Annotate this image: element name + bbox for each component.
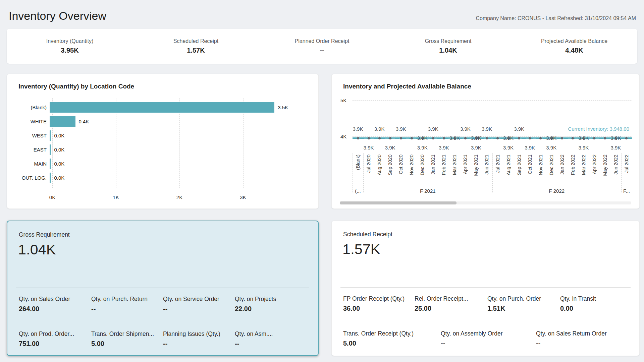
kpi-label: Projected Available Balance	[511, 38, 637, 44]
x-tick: 0K	[49, 194, 55, 200]
axis-group-label: (...	[355, 188, 361, 194]
bar-value-label: 3.5K	[278, 102, 288, 113]
gross-requirement-card[interactable]: Gross Requirement 1.04K Qty. on Sales Or…	[7, 221, 319, 356]
field-rel-order-receipt: Rel. Order Receipt... 25.00	[415, 295, 487, 312]
kpi-label: Scheduled Receipt	[133, 38, 259, 44]
data-point-label: 3.9K	[385, 145, 395, 150]
data-point[interactable]	[496, 137, 499, 139]
x-axis-month-text: Jan 2022	[559, 155, 565, 175]
data-point[interactable]	[572, 137, 574, 139]
axis-group-label: F 2022	[549, 188, 565, 194]
data-point[interactable]	[561, 137, 563, 139]
kpi-strip: Inventory (Quantity) 3.95K Scheduled Rec…	[7, 29, 637, 64]
x-axis-month-text: Aug 2021	[506, 155, 511, 175]
field-qty-purch-return: Qty. on Purch. Return --	[91, 296, 163, 313]
kpi-projected-available-balance[interactable]: Projected Available Balance 4.48K	[511, 38, 637, 54]
data-point[interactable]	[593, 137, 595, 139]
data-point[interactable]	[464, 137, 467, 139]
bar-fill	[50, 144, 51, 155]
field-value: --	[163, 340, 235, 348]
data-point-label: 3.9K	[374, 126, 385, 132]
field-label: Qty. on Purch. Order	[487, 295, 560, 302]
x-axis-month-text: Feb 2022	[570, 155, 576, 175]
x-axis-month-label: (Blank)	[355, 155, 361, 170]
data-point-label: 3.9K	[482, 126, 492, 132]
card-title: Scheduled Receipt	[343, 231, 392, 238]
field-value: 264.00	[19, 305, 91, 313]
bar-row: WHITE 0.4K	[18, 116, 307, 127]
x-axis-month-label: Oct 2021	[527, 155, 533, 174]
data-point[interactable]	[357, 137, 359, 139]
bar-blank[interactable]: 3.5K	[50, 102, 307, 113]
scheduled-receipt-card[interactable]: Scheduled Receipt 1.57K FP Order Receipt…	[331, 221, 640, 356]
data-point[interactable]	[539, 137, 542, 139]
dashboard-page: Inventory Overview Company Name: CRONUS …	[0, 0, 644, 362]
axis-group-separator	[621, 153, 622, 193]
x-axis-month-label: Jul 2020	[366, 155, 372, 173]
field-qty-prod-order: Qty. on Prod. Order... 751.00	[19, 330, 91, 348]
data-point[interactable]	[529, 137, 531, 139]
data-point[interactable]	[486, 137, 488, 139]
x-axis-month-label: May 2022	[602, 155, 608, 176]
kpi-planned-order-receipt[interactable]: Planned Order Receipt --	[259, 38, 385, 54]
header: Inventory Overview Company Name: CRONUS …	[7, 7, 637, 27]
data-point[interactable]	[389, 137, 391, 139]
bar-chart-card: Inventory (Quantity) by Location Code (B…	[7, 74, 319, 209]
field-label: Qty. on Assembly Order	[441, 330, 536, 337]
x-axis-month-text: Jun 2022	[613, 155, 619, 175]
bar-west[interactable]: 0.0K	[50, 130, 307, 141]
data-point[interactable]	[368, 137, 370, 139]
kpi-label: Inventory (Quantity)	[7, 38, 133, 44]
x-axis-month-text: Apr 2022	[592, 155, 597, 174]
x-axis-month-text: Oct 2021	[527, 155, 533, 174]
x-axis-month-label: Aug 2020	[376, 155, 382, 175]
data-point-label: 3.9K	[503, 145, 514, 150]
field-value: --	[163, 305, 235, 313]
data-point[interactable]	[604, 137, 606, 139]
field-qty-sales-return-order: Qty. on Sales Return Order --	[536, 330, 633, 347]
data-point-label: 3.9K	[503, 135, 514, 141]
x-axis-month-label: Nov 2021	[538, 155, 544, 175]
data-point[interactable]	[432, 137, 434, 139]
x-axis-month-label: Jul 2021	[495, 155, 501, 173]
axis-group-label: F...	[623, 188, 630, 194]
field-label: Qty. on Sales Order	[19, 296, 91, 303]
data-point[interactable]	[378, 137, 381, 139]
field-qty-asm: Qty. on Asm.... --	[235, 330, 312, 348]
chart-scrollbar-track[interactable]	[340, 201, 631, 204]
data-point[interactable]	[411, 137, 413, 139]
x-axis-month-text: Dec 2020	[420, 155, 425, 175]
chart-scrollbar-thumb[interactable]	[340, 201, 457, 204]
bar-east[interactable]: 0.0K	[50, 144, 307, 155]
bar-fill	[50, 173, 51, 183]
bar-chart-title: Inventory (Quantity) by Location Code	[18, 83, 134, 90]
x-axis-month-label: Mar 2022	[581, 155, 587, 175]
axis-group-label: F 2021	[420, 188, 436, 194]
kpi-scheduled-receipt[interactable]: Scheduled Receipt 1.57K	[133, 38, 259, 54]
field-qty-purch-order: Qty. on Purch. Order 1.51K	[487, 295, 560, 312]
data-point-label: 3.9K	[364, 145, 374, 150]
data-point-label: 3.9K	[578, 135, 589, 141]
data-point[interactable]	[518, 137, 520, 139]
field-label: Qty. on Projects	[235, 296, 312, 303]
x-tick: 1K	[113, 194, 119, 200]
data-point[interactable]	[443, 137, 445, 139]
x-axis-month-text: Jul 2022	[624, 155, 629, 173]
field-label: Qty. on Prod. Order...	[19, 330, 91, 338]
bar-white[interactable]: 0.4K	[50, 116, 307, 127]
field-label: Qty. in Transit	[560, 295, 633, 302]
field-value: --	[536, 340, 633, 347]
x-axis-month-label: Apr 2021	[462, 155, 468, 174]
field-label: Qty. on Sales Return Order	[536, 330, 633, 337]
kpi-inventory-quantity[interactable]: Inventory (Quantity) 3.95K	[7, 38, 133, 54]
data-point[interactable]	[400, 137, 402, 139]
axis-group-separator	[632, 153, 632, 193]
field-label: FP Order Receipt (Qty.)	[343, 295, 415, 302]
bar-out-log[interactable]: 0.0K	[50, 173, 307, 183]
data-point[interactable]	[625, 137, 628, 139]
kpi-gross-requirement[interactable]: Gross Requirement 1.04K	[385, 38, 511, 54]
field-value: 0.00	[560, 305, 633, 312]
bar-main[interactable]: 0.0K	[50, 159, 307, 169]
bar-fill	[50, 159, 51, 169]
field-trans-order-receipt: Trans. Order Receipt (Qty.) 5.00	[343, 330, 441, 347]
